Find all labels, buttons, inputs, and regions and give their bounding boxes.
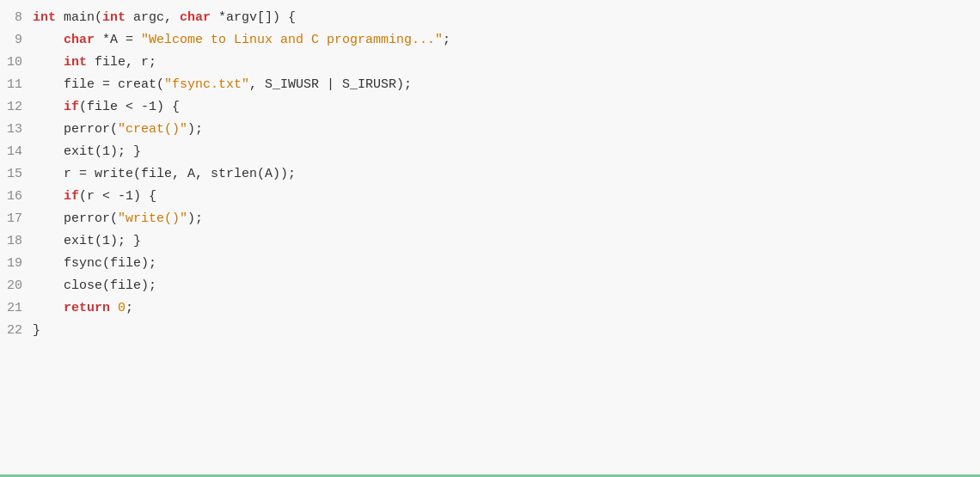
line-number: 10: [0, 52, 33, 73]
token-plain: r = write(file, A, strlen(A));: [33, 167, 296, 181]
token-kw: return: [64, 301, 110, 315]
token-plain: perror(: [33, 122, 118, 137]
token-kw: char: [64, 33, 95, 47]
code-line: 18 exit(1); }: [0, 230, 980, 253]
token-kw: int: [64, 55, 87, 70]
token-plain: perror(: [33, 211, 118, 226]
line-content: exit(1); }: [33, 231, 980, 252]
token-plain: argc,: [126, 10, 180, 25]
code-line: 17 perror("write()");: [0, 208, 980, 230]
line-number: 21: [0, 298, 33, 319]
token-str: "write()": [118, 211, 187, 226]
line-content: if(file < -1) {: [33, 97, 980, 118]
token-plain: exit(1); }: [33, 234, 141, 248]
line-number: 11: [0, 75, 33, 95]
token-plain: close(file);: [33, 278, 156, 293]
code-viewer: 8int main(int argc, char *argv[]) {9 cha…: [0, 0, 980, 477]
line-content: perror("creat()");: [33, 119, 980, 140]
token-str: "Welcome to Linux and C programming...": [141, 33, 443, 47]
line-number: 16: [0, 187, 33, 207]
token-kw: if: [64, 100, 79, 114]
line-number: 12: [0, 97, 33, 118]
token-plain: [33, 33, 64, 47]
token-plain: , S_IWUSR | S_IRUSR);: [249, 77, 412, 92]
line-content: }: [33, 321, 980, 341]
token-plain: );: [187, 211, 203, 226]
token-plain: ;: [126, 301, 133, 315]
code-line: 11 file = creat("fsync.txt", S_IWUSR | S…: [0, 74, 980, 96]
line-content: int main(int argc, char *argv[]) {: [33, 8, 980, 28]
token-num: 0: [118, 301, 126, 315]
token-kw: char: [180, 10, 211, 25]
code-line: 20 close(file);: [0, 275, 980, 297]
line-content: int file, r;: [33, 52, 980, 73]
token-kw: int: [33, 10, 56, 25]
line-number: 22: [0, 321, 33, 341]
line-number: 9: [0, 30, 33, 51]
token-plain: file, r;: [87, 55, 156, 70]
token-plain: *argv[]) {: [211, 10, 296, 25]
line-content: fsync(file);: [33, 254, 980, 274]
code-line: 10 int file, r;: [0, 52, 980, 74]
line-content: r = write(file, A, strlen(A));: [33, 164, 980, 185]
token-plain: [33, 100, 64, 114]
token-plain: fsync(file);: [33, 256, 156, 271]
line-content: exit(1); }: [33, 142, 980, 162]
token-str: "fsync.txt": [164, 77, 249, 92]
line-content: perror("write()");: [33, 209, 980, 229]
token-plain: ;: [443, 33, 450, 47]
line-number: 14: [0, 142, 33, 162]
line-number: 13: [0, 119, 33, 140]
line-number: 17: [0, 209, 33, 229]
token-plain: file = creat(: [33, 77, 164, 92]
token-plain: exit(1); }: [33, 144, 141, 159]
code-line: 15 r = write(file, A, strlen(A));: [0, 163, 980, 186]
token-str: "creat()": [118, 122, 187, 137]
code-line: 9 char *A = "Welcome to Linux and C prog…: [0, 29, 980, 52]
token-plain: main(: [56, 10, 102, 25]
code-line: 14 exit(1); }: [0, 141, 980, 163]
line-content: if(r < -1) {: [33, 187, 980, 207]
line-number: 15: [0, 164, 33, 185]
line-content: return 0;: [33, 298, 980, 319]
token-plain: *A =: [95, 33, 141, 47]
token-plain: (file < -1) {: [79, 100, 180, 114]
code-line: 22}: [0, 320, 980, 342]
token-plain: [110, 301, 118, 315]
code-line: 21 return 0;: [0, 297, 980, 320]
token-plain: [33, 189, 64, 204]
token-kw: int: [102, 10, 126, 25]
token-plain: [33, 301, 64, 315]
line-content: char *A = "Welcome to Linux and C progra…: [33, 30, 980, 51]
line-number: 8: [0, 8, 33, 28]
code-line: 8int main(int argc, char *argv[]) {: [0, 7, 980, 29]
code-line: 19 fsync(file);: [0, 253, 980, 275]
token-plain: [33, 55, 64, 70]
code-line: 12 if(file < -1) {: [0, 96, 980, 119]
token-plain: (r < -1) {: [79, 189, 156, 204]
line-number: 19: [0, 254, 33, 274]
line-content: file = creat("fsync.txt", S_IWUSR | S_IR…: [33, 75, 980, 95]
token-plain: );: [187, 122, 203, 137]
line-number: 20: [0, 276, 33, 297]
line-content: close(file);: [33, 276, 980, 297]
token-kw: if: [64, 189, 79, 204]
line-number: 18: [0, 231, 33, 252]
token-plain: }: [33, 323, 40, 338]
code-line: 13 perror("creat()");: [0, 119, 980, 141]
code-line: 16 if(r < -1) {: [0, 186, 980, 208]
